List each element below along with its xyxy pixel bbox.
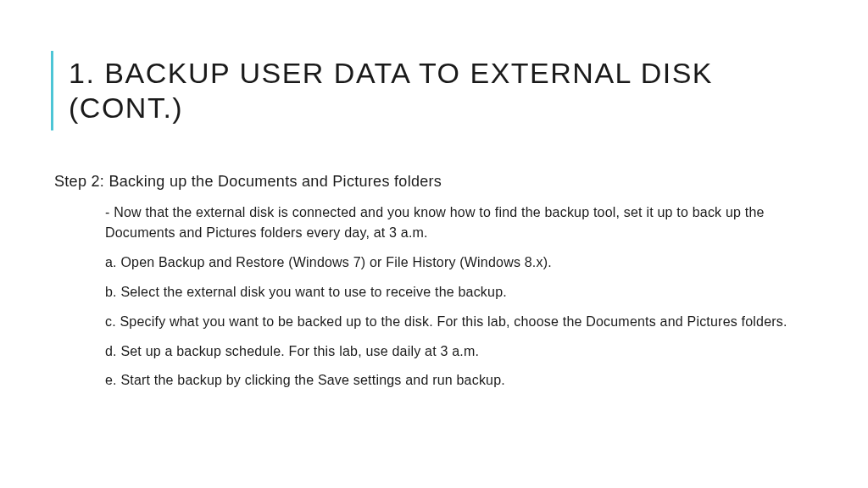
step-e: e. Start the backup by clicking the Save… bbox=[105, 370, 800, 391]
content-area: Step 2: Backing up the Documents and Pic… bbox=[51, 173, 817, 392]
step-b: b. Select the external disk you want to … bbox=[105, 282, 800, 303]
step-c: c. Specify what you want to be backed up… bbox=[105, 312, 800, 333]
step-heading: Step 2: Backing up the Documents and Pic… bbox=[54, 173, 817, 191]
slide-title: 1. BACKUP USER DATA TO EXTERNAL DISK (CO… bbox=[69, 51, 817, 130]
step-a: a. Open Backup and Restore (Windows 7) o… bbox=[105, 252, 800, 274]
accent-bar-icon bbox=[51, 51, 53, 130]
step-body: - Now that the external disk is connecte… bbox=[54, 202, 817, 392]
intro-text: - Now that the external disk is connecte… bbox=[105, 202, 800, 245]
step-d: d. Set up a backup schedule. For this la… bbox=[105, 341, 800, 363]
title-block: 1. BACKUP USER DATA TO EXTERNAL DISK (CO… bbox=[51, 51, 817, 130]
